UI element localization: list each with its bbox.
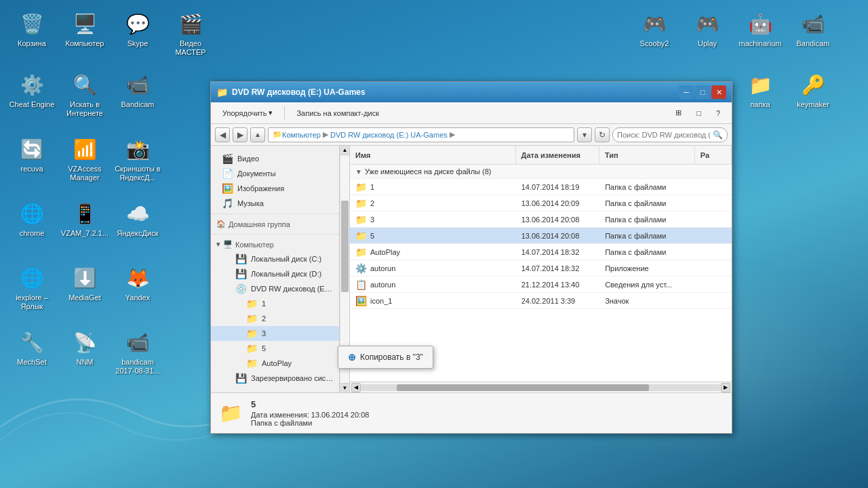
desktop-icon-machinarium[interactable]: 🤖 machinarium: [736, 10, 784, 48]
sidebar-computer-header[interactable]: ▾ 🖥️ Компьютер: [211, 237, 339, 251]
minimize-button[interactable]: ─: [679, 85, 694, 99]
toolbar-separator: [284, 106, 285, 120]
sidebar-item-video[interactable]: 🎬 Видео: [211, 151, 339, 166]
back-button[interactable]: ◀: [215, 127, 230, 142]
sidebar-scroll-thumb[interactable]: [341, 201, 349, 291]
screenshot-icon: 📸: [124, 136, 151, 163]
yandex-disk-icon: ☁️: [124, 200, 151, 227]
table-row[interactable]: 📁 1 14.07.2014 18:19 Папка с файлами: [350, 179, 732, 195]
row-1-size: [695, 179, 732, 195]
screenshot-label: Скриншоты в ЯндексД...: [114, 165, 161, 182]
col-header-type[interactable]: Тип: [599, 146, 695, 164]
nnm-label: NNM: [76, 358, 93, 367]
table-row[interactable]: 🖼️ icon_1 24.02.2011 3:39 Значок: [350, 293, 732, 309]
status-bar: 📁 5 Дата изменения: 13.06.2014 20:08 Пап…: [211, 392, 732, 433]
desktop-icon-vzam[interactable]: 📱 VZAM_7.2.1...: [61, 200, 108, 238]
recuva-icon: 🔄: [18, 136, 45, 163]
folder-top-right-label: папка: [750, 100, 770, 109]
desktop-icon-iskat[interactable]: 🔍 Искать в Интернете: [61, 71, 108, 118]
hscroll-track[interactable]: [361, 384, 721, 391]
address-expand-button[interactable]: ▾: [577, 127, 592, 142]
computer-icon: 🖥️: [223, 240, 233, 249]
autoplay-row-date: 14.07.2014 18:32: [516, 244, 599, 260]
sidebar-images-label: Изображения: [237, 184, 284, 192]
address-refresh-button[interactable]: ↻: [595, 127, 610, 142]
table-row[interactable]: 📁 2 13.06.2014 20:09 Папка с файлами: [350, 195, 732, 211]
cheat-engine-icon: ⚙️: [18, 71, 45, 98]
sidebar-item-dvd-e[interactable]: 💿 DVD RW дисковод (E:) UA-Gam...: [211, 281, 339, 296]
maximize-button[interactable]: □: [695, 85, 710, 99]
desktop-icon-korzina[interactable]: 🗑️ Корзина: [8, 10, 56, 48]
desktop-icon-kompyuter[interactable]: 🖥️ Компьютер: [61, 10, 108, 48]
help-button[interactable]: ?: [710, 106, 726, 120]
sidebar-item-reserved[interactable]: 💾 Зарезервировано системой (С...: [211, 371, 339, 386]
sidebar-item-f1[interactable]: 📁 1: [211, 296, 339, 311]
view-button[interactable]: ⊞: [669, 106, 688, 120]
burn-button[interactable]: Запись на компакт-диск: [290, 106, 385, 120]
desktop-icon-nnm[interactable]: 📡 NNM: [61, 329, 108, 367]
desktop-icon-folder-top-right[interactable]: 📁 папка: [736, 71, 784, 109]
desktop-icon-screenshot[interactable]: 📸 Скриншоты в ЯндексД...: [114, 136, 161, 182]
table-row[interactable]: 📋 autorun 21.12.2014 13:40 Сведения для …: [350, 277, 732, 293]
organize-button[interactable]: Упорядочить ▾: [216, 106, 279, 120]
desktop-icon-yandex-disk[interactable]: ☁️ ЯндексДиск: [114, 200, 161, 238]
col-header-name[interactable]: Имя: [350, 146, 516, 164]
icon1-type: Значок: [599, 293, 695, 308]
horizontal-scrollbar[interactable]: ◀ ▶: [350, 382, 732, 392]
desktop-icon-chrome[interactable]: 🌐 chrome: [8, 200, 56, 238]
sidebar-item-local-c[interactable]: 💾 Локальный диск (C:): [211, 251, 339, 266]
sidebar-item-f5[interactable]: 📁 5: [211, 341, 339, 356]
up-button[interactable]: ▲: [250, 127, 265, 142]
desktop-icon-bandicam-top[interactable]: 📹 Bandicam: [789, 10, 837, 48]
desktop-icon-yandex[interactable]: 🦊 Yandex: [114, 264, 161, 302]
desktop-icon-video-master[interactable]: 🎬 Видео МАСТЕР: [167, 10, 214, 57]
address-path[interactable]: 📁 Компьютер ▶ DVD RW дисковод (E:) UA-Ga…: [268, 127, 574, 142]
skype-label: Skype: [127, 39, 149, 48]
desktop-icon-scooby2[interactable]: 🎮 Scooby2: [631, 10, 678, 48]
sidebar-item-images[interactable]: 🖼️ Изображения: [211, 181, 339, 196]
hscroll-right-arrow[interactable]: ▶: [721, 383, 730, 392]
desktop-icon-skype[interactable]: 💬 Skype: [114, 10, 161, 48]
sidebar-item-music[interactable]: 🎵 Музыка: [211, 196, 339, 211]
search-box[interactable]: 🔍: [612, 127, 728, 142]
desktop-icon-recuva[interactable]: 🔄 recuva: [8, 136, 56, 174]
table-row[interactable]: ⚙️ autorun 14.07.2014 18:32 Приложение: [350, 260, 732, 277]
desktop-icon-bandicam3[interactable]: 📹 bandicam 2017-08-31...: [114, 329, 161, 375]
desktop-icon-bandicam2[interactable]: 📹 Bandicam: [114, 71, 161, 109]
sidebar-scroll-down[interactable]: ▼: [340, 383, 349, 392]
desktop-icon-iexplore[interactable]: 🌐 iexplore – Ярлык: [8, 264, 56, 311]
search-input[interactable]: [617, 131, 710, 139]
chrome-icon: 🌐: [18, 200, 45, 227]
desktop-icon-uplay[interactable]: 🎮 Uplay: [684, 10, 731, 48]
forward-button[interactable]: ▶: [233, 127, 248, 142]
close-button[interactable]: ✕: [711, 85, 726, 99]
desktop-icon-vzaccess[interactable]: 📶 VZAccess Manager: [61, 136, 108, 182]
yandex-icon: 🦊: [124, 264, 151, 291]
col-header-date[interactable]: Дата изменения: [516, 146, 599, 164]
path-dvd: DVD RW дисковод (E:) UA-Games: [330, 131, 448, 139]
sidebar-item-autoplay[interactable]: 📁 AutoPlay: [211, 356, 339, 371]
desktop-icon-mediaget[interactable]: ⬇️ MediaGet: [61, 264, 108, 302]
sidebar-item-documents[interactable]: 📄 Документы: [211, 166, 339, 181]
context-menu-copy-item[interactable]: ⊕ Копировать в "3": [338, 348, 433, 366]
hscroll-thumb[interactable]: [397, 384, 649, 391]
window-controls: ─ □ ✕: [679, 85, 726, 99]
sidebar-item-f2[interactable]: 📁 2: [211, 311, 339, 326]
window-title-icon: 📁: [216, 87, 228, 98]
desktop-icon-cheat-engine[interactable]: ⚙️ Cheat Engine: [8, 71, 56, 109]
desktop-icon-keymaker[interactable]: 🔑 keymaker: [789, 71, 837, 109]
row-1-date: 14.07.2014 18:19: [516, 179, 599, 195]
sidebar-scroll-up[interactable]: ▲: [340, 146, 349, 155]
group-header-label: Уже имеющиеся на диске файлы (8): [365, 167, 492, 176]
table-row-selected[interactable]: 📁 5 13.06.2014 20:08 Папка с файлами: [350, 228, 732, 244]
col-header-size[interactable]: Ра: [695, 146, 732, 164]
row-1-type: Папка с файлами: [599, 179, 695, 195]
sidebar-item-f3[interactable]: 📁 3: [211, 326, 339, 341]
table-row[interactable]: 📁 3 13.06.2014 20:08 Папка с файлами: [350, 211, 732, 228]
organize-label: Упорядочить: [222, 109, 267, 117]
table-row[interactable]: 📁 AutoPlay 14.07.2014 18:32 Папка с файл…: [350, 244, 732, 260]
sidebar-item-local-d[interactable]: 💾 Локальный диск (D:): [211, 266, 339, 281]
desktop-icon-mechset[interactable]: 🔧 MechSet: [8, 329, 56, 367]
hscroll-left-arrow[interactable]: ◀: [351, 383, 361, 392]
preview-button[interactable]: □: [690, 106, 707, 120]
